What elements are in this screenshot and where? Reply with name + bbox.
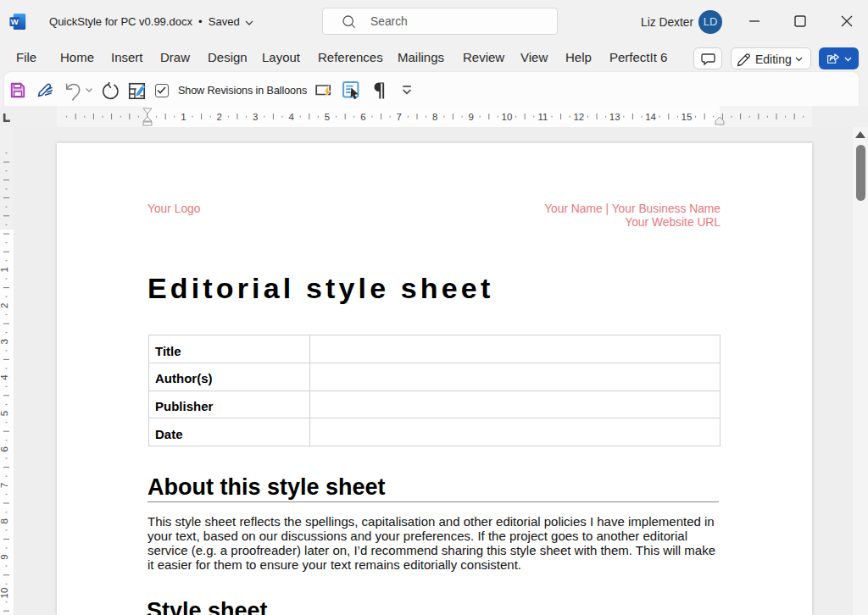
svg-text:W: W [11,17,19,26]
svg-text:5: 5 [0,411,9,416]
svg-text:5: 5 [325,112,330,122]
svg-text:1: 1 [181,112,186,122]
svg-text:7: 7 [397,112,402,122]
svg-text:7: 7 [0,483,9,488]
svg-text:11: 11 [537,112,548,122]
svg-text:15: 15 [682,112,693,122]
svg-text:2: 2 [0,303,9,308]
svg-text:6: 6 [360,112,365,122]
svg-text:4: 4 [0,374,9,380]
svg-text:3: 3 [253,112,258,122]
svg-text:10: 10 [0,588,9,599]
svg-text:12: 12 [573,112,584,122]
svg-text:8: 8 [432,112,437,122]
svg-text:3: 3 [0,339,9,344]
svg-text:13: 13 [609,112,620,122]
svg-text:9: 9 [468,112,473,122]
svg-text:8: 8 [0,518,9,524]
svg-text:9: 9 [0,554,9,559]
svg-text:14: 14 [645,112,656,122]
svg-text:4: 4 [288,112,294,122]
svg-text:2: 2 [217,112,222,122]
svg-text:6: 6 [0,446,9,452]
svg-text:1: 1 [0,267,9,272]
svg-text:10: 10 [502,112,513,122]
